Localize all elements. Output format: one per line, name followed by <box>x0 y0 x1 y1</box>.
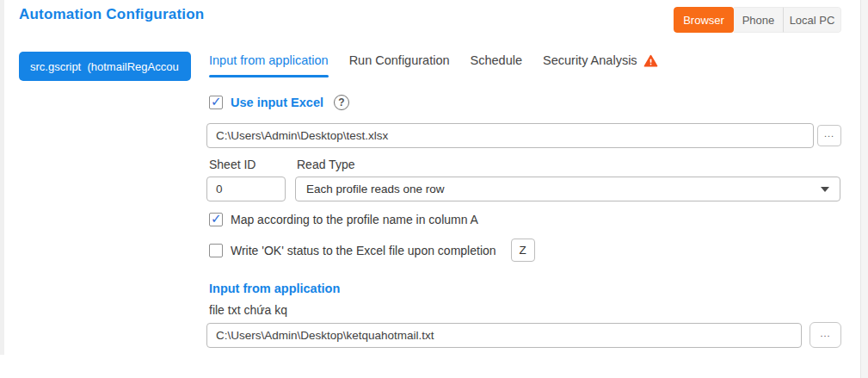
write-ok-row: Write 'OK' status to the Excel file upon… <box>209 239 535 262</box>
warning-icon <box>643 54 658 68</box>
chevron-down-icon <box>821 187 829 192</box>
tab-run-configuration[interactable]: Run Configuration <box>349 53 450 77</box>
txt-path-input[interactable] <box>206 323 802 348</box>
map-profile-label: Map according to the profile name in col… <box>231 213 478 226</box>
question-mark-icon[interactable]: ? <box>334 95 349 110</box>
use-input-excel-checkbox[interactable] <box>209 96 223 109</box>
platform-switch: Browser Phone Local PC <box>674 7 841 33</box>
write-ok-label: Write 'OK' status to the Excel file upon… <box>231 244 496 257</box>
map-profile-row: Map according to the profile name in col… <box>209 213 478 226</box>
automation-configuration-panel: Automation Configuration Browser Phone L… <box>0 0 868 378</box>
excel-path-input[interactable] <box>206 123 814 148</box>
tab-security-analysis[interactable]: Security Analysis <box>543 53 658 77</box>
tab-label: Schedule <box>471 53 522 67</box>
input-from-application-heading: Input from application <box>209 282 340 295</box>
use-input-excel-row: Use input Excel ? <box>209 95 349 110</box>
vertical-scrollbar[interactable] <box>860 0 868 378</box>
platform-browser-button[interactable]: Browser <box>674 7 734 33</box>
sheet-id-input[interactable] <box>206 177 286 201</box>
browse-excel-button[interactable]: ... <box>817 125 841 146</box>
sheet-id-label: Sheet ID <box>209 158 255 171</box>
tab-label: Input from application <box>209 53 329 67</box>
page-title: Automation Configuration <box>19 6 204 23</box>
use-input-excel-label: Use input Excel <box>231 96 323 109</box>
platform-phone-button[interactable]: Phone <box>734 7 783 33</box>
browse-txt-button[interactable]: ... <box>810 322 841 348</box>
tab-schedule[interactable]: Schedule <box>471 53 522 77</box>
read-type-selected-value: Each profile reads one row <box>306 183 445 195</box>
read-type-label: Read Type <box>297 158 354 171</box>
platform-localpc-button[interactable]: Local PC <box>783 7 841 33</box>
tab-label: Run Configuration <box>349 53 450 67</box>
map-profile-checkbox[interactable] <box>209 213 223 226</box>
read-type-select[interactable]: Each profile reads one row <box>295 177 840 201</box>
left-panel-edge <box>0 0 4 355</box>
ok-column-input[interactable] <box>511 239 535 262</box>
tab-input-from-application[interactable]: Input from application <box>209 53 329 77</box>
write-ok-checkbox[interactable] <box>209 244 223 257</box>
script-file-button[interactable]: src.gscript (hotmailRegAccou <box>19 52 191 81</box>
tab-label: Security Analysis <box>543 53 637 67</box>
txt-file-label: file txt chứa kq <box>209 303 287 317</box>
tab-bar: Input from application Run Configuration… <box>209 53 658 77</box>
